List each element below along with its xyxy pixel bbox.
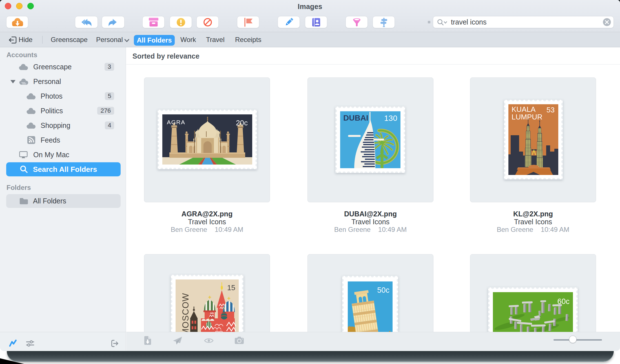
- svg-text:20c: 20c: [236, 119, 248, 127]
- svg-text:50c: 50c: [377, 286, 389, 294]
- svg-text:130: 130: [384, 114, 397, 123]
- svg-text:60c: 60c: [557, 297, 570, 306]
- svg-text:AGRA: AGRA: [167, 119, 185, 125]
- svg-text:MOSCOW: MOSCOW: [181, 293, 191, 332]
- svg-text:15: 15: [227, 283, 235, 292]
- svg-text:53: 53: [546, 106, 555, 114]
- svg-text:LUMPUR: LUMPUR: [511, 113, 542, 121]
- svg-text:KUALA: KUALA: [511, 105, 536, 114]
- svg-text:DUBAI: DUBAI: [343, 114, 368, 122]
